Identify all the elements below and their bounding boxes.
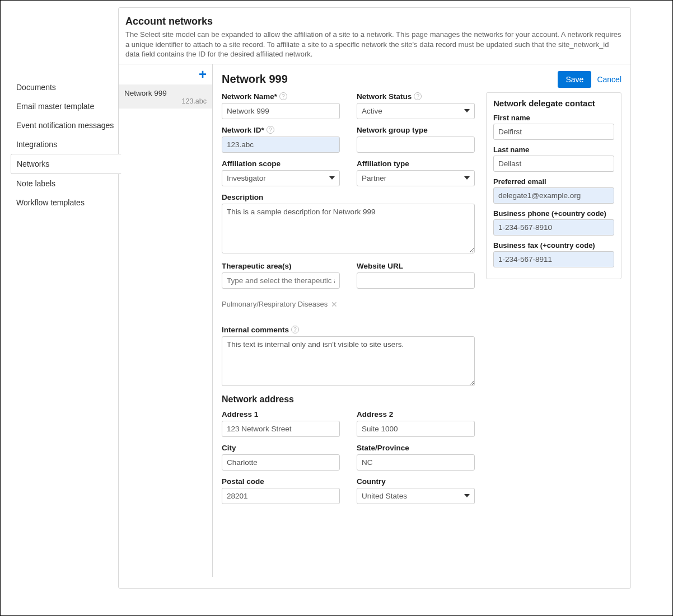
therapeutic-chip: Pulmonary/Respiratory Diseases bbox=[222, 300, 328, 308]
label-network-id: Network ID* ? bbox=[222, 126, 340, 134]
nav-event-notification-messages[interactable]: Event notification messages bbox=[11, 116, 120, 135]
label-postal: Postal code bbox=[222, 477, 340, 486]
page-description: The Select site model can be expanded to… bbox=[125, 30, 624, 59]
nav-documents[interactable]: Documents bbox=[11, 78, 120, 97]
label-address1: Address 1 bbox=[222, 410, 340, 418]
network-status-select[interactable]: Active bbox=[357, 103, 475, 119]
label-network-group: Network group type bbox=[357, 126, 475, 134]
nav-workflow-templates[interactable]: Workflow templates bbox=[11, 193, 120, 212]
list-item-sub: 123.abc bbox=[124, 97, 207, 105]
nav-networks[interactable]: Networks bbox=[11, 154, 121, 174]
save-button[interactable]: Save bbox=[558, 71, 591, 88]
label-address2: Address 2 bbox=[357, 410, 475, 418]
network-name-input[interactable] bbox=[222, 103, 340, 119]
remove-chip-icon[interactable]: ✕ bbox=[331, 300, 338, 309]
country-select[interactable]: United States bbox=[357, 488, 475, 504]
delegate-title: Network delegate contact bbox=[493, 98, 614, 108]
delegate-last-input[interactable] bbox=[493, 156, 614, 172]
delegate-phone-input[interactable] bbox=[493, 219, 614, 236]
label-affiliation-type: Affiliation type bbox=[357, 159, 475, 168]
label-city: City bbox=[222, 444, 340, 452]
affiliation-scope-select[interactable]: Investigator bbox=[222, 170, 340, 186]
nav-integrations[interactable]: Integrations bbox=[11, 135, 120, 154]
delegate-panel: Network delegate contact First name Last… bbox=[486, 92, 621, 279]
help-icon[interactable]: ? bbox=[414, 92, 422, 100]
label-state: State/Province bbox=[357, 444, 475, 452]
label-delegate-phone: Business phone (+country code) bbox=[493, 209, 614, 218]
label-network-status: Network Status ? bbox=[357, 92, 475, 101]
city-input[interactable] bbox=[222, 454, 340, 471]
add-network-button[interactable]: + bbox=[199, 68, 207, 81]
help-icon[interactable]: ? bbox=[279, 92, 287, 100]
affiliation-type-select[interactable]: Partner bbox=[357, 170, 475, 186]
page-title: Account networks bbox=[125, 16, 624, 27]
help-icon[interactable]: ? bbox=[291, 326, 299, 333]
help-icon[interactable]: ? bbox=[267, 126, 274, 134]
nav-note-labels[interactable]: Note labels bbox=[11, 174, 120, 193]
address2-input[interactable] bbox=[357, 421, 475, 437]
delegate-fax-input[interactable] bbox=[493, 251, 614, 267]
list-item-name: Network 999 bbox=[124, 89, 207, 97]
address1-input[interactable] bbox=[222, 421, 340, 437]
label-internal-comments: Internal comments ? bbox=[222, 326, 475, 334]
nav-email-master-template[interactable]: Email master template bbox=[11, 97, 120, 116]
content-panel: Account networks The Select site model c… bbox=[118, 7, 631, 589]
label-delegate-email: Preferred email bbox=[493, 177, 614, 186]
internal-comments-textarea[interactable]: This text is internal only and isn't vis… bbox=[222, 336, 475, 386]
cancel-link[interactable]: Cancel bbox=[597, 75, 621, 84]
label-country: Country bbox=[357, 477, 475, 486]
left-nav: Documents Email master template Event no… bbox=[11, 78, 120, 212]
state-input[interactable] bbox=[357, 454, 475, 471]
label-network-name: Network Name* ? bbox=[222, 92, 340, 101]
label-delegate-fax: Business fax (+country code) bbox=[493, 241, 614, 250]
label-delegate-first: First name bbox=[493, 114, 614, 122]
label-delegate-last: Last name bbox=[493, 145, 614, 154]
network-id-input[interactable] bbox=[222, 137, 340, 153]
therapeutic-input[interactable] bbox=[222, 272, 340, 289]
address-section-title: Network address bbox=[222, 394, 475, 405]
delegate-first-input[interactable] bbox=[493, 124, 614, 140]
description-textarea[interactable]: This is a sample description for Network… bbox=[222, 204, 475, 253]
list-item[interactable]: Network 999 123.abc bbox=[119, 84, 212, 109]
form-title: Network 999 bbox=[222, 73, 558, 86]
network-list: + Network 999 123.abc bbox=[119, 64, 213, 577]
label-affiliation-scope: Affiliation scope bbox=[222, 159, 340, 168]
postal-input[interactable] bbox=[222, 488, 340, 504]
delegate-email-input[interactable] bbox=[493, 187, 614, 204]
network-group-input[interactable] bbox=[357, 137, 475, 153]
label-therapeutic: Therapeutic area(s) bbox=[222, 262, 340, 270]
label-website: Website URL bbox=[357, 262, 475, 270]
website-input[interactable] bbox=[357, 272, 475, 289]
label-description: Description bbox=[222, 193, 475, 201]
